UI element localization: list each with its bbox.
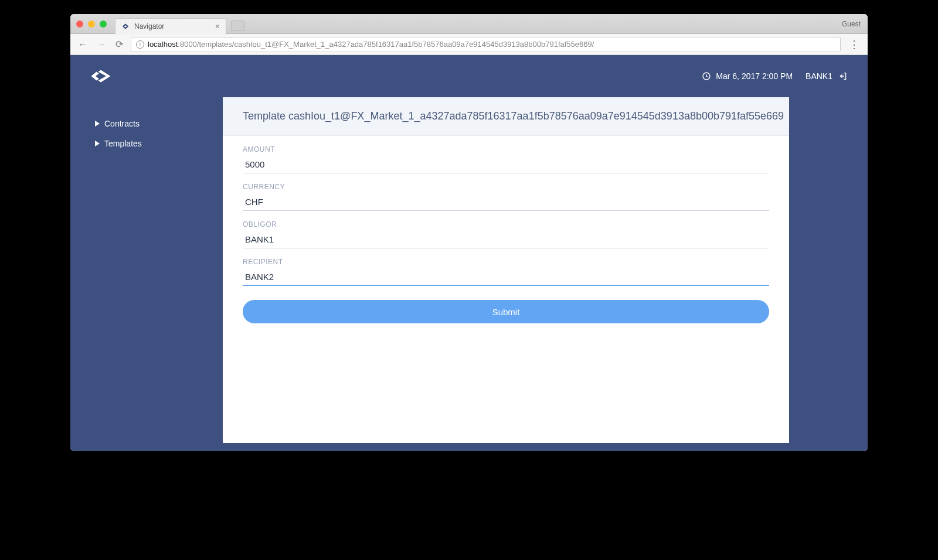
window-controls [76,21,107,28]
currency-input[interactable] [243,193,769,211]
field-recipient: RECIPIENT [243,258,769,286]
sidebar-item-templates[interactable]: Templates [95,134,223,153]
main-panel: Template cashIou_t1@FX_Market_1_a4327ada… [223,97,789,443]
field-label: CURRENCY [243,183,769,191]
field-label: OBLIGOR [243,220,769,228]
tab-bar: Navigator × Guest [70,14,868,34]
address-bar[interactable]: i localhost:8000/templates/cashIou_t1@FX… [131,37,841,52]
sidebar-item-label: Contracts [104,119,140,128]
user-label: BANK1 [806,71,832,81]
submit-button[interactable]: Submit [243,300,769,323]
browser-menu-button[interactable]: ⋮ [847,38,862,51]
template-form: AMOUNT CURRENCY OBLIGOR RECIPIENT [223,136,789,337]
window-maximize-button[interactable] [100,21,107,28]
datetime-text: Mar 6, 2017 2:00 PM [716,71,793,81]
browser-window: Navigator × Guest ← → ⟳ i localhost:8000… [70,14,868,451]
browser-toolbar: ← → ⟳ i localhost:8000/templates/cashIou… [70,34,868,55]
profile-label[interactable]: Guest [842,20,861,28]
logout-icon[interactable] [838,71,848,81]
app-body: Contracts Templates Template cashIou_t1@… [70,97,868,451]
sidebar-item-label: Templates [104,139,142,148]
reload-button[interactable]: ⟳ [114,39,125,50]
browser-tab[interactable]: Navigator × [115,18,226,35]
tab-favicon-icon [121,22,130,30]
forward-button[interactable]: → [95,39,108,50]
clock-icon [702,71,711,81]
sidebar: Contracts Templates [70,97,223,443]
page-title: Template cashIou_t1@FX_Market_1_a4327ada… [223,97,789,136]
header-user: BANK1 [806,71,848,81]
app-logo-icon[interactable] [90,68,111,84]
chevron-right-icon [95,141,100,146]
window-minimize-button[interactable] [88,21,95,28]
back-button[interactable]: ← [76,39,89,50]
tab-title: Navigator [134,22,210,30]
field-currency: CURRENCY [243,183,769,211]
obligor-input[interactable] [243,231,769,248]
field-label: RECIPIENT [243,258,769,266]
chevron-right-icon [95,121,100,127]
app-header: Mar 6, 2017 2:00 PM BANK1 [70,55,868,97]
window-close-button[interactable] [76,21,83,28]
app-root: Mar 6, 2017 2:00 PM BANK1 Contracts [70,55,868,451]
address-host: localhost [148,40,178,49]
sidebar-item-contracts[interactable]: Contracts [95,114,223,134]
tab-close-icon[interactable]: × [215,22,220,30]
field-obligor: OBLIGOR [243,220,769,248]
new-tab-button[interactable] [231,21,245,31]
field-label: AMOUNT [243,145,769,153]
site-info-icon[interactable]: i [136,40,144,49]
field-amount: AMOUNT [243,145,769,173]
recipient-input[interactable] [243,268,769,286]
header-datetime: Mar 6, 2017 2:00 PM [702,71,793,81]
amount-input[interactable] [243,156,769,173]
address-path: :8000/templates/cashIou_t1@FX_Market_1_a… [178,40,594,49]
